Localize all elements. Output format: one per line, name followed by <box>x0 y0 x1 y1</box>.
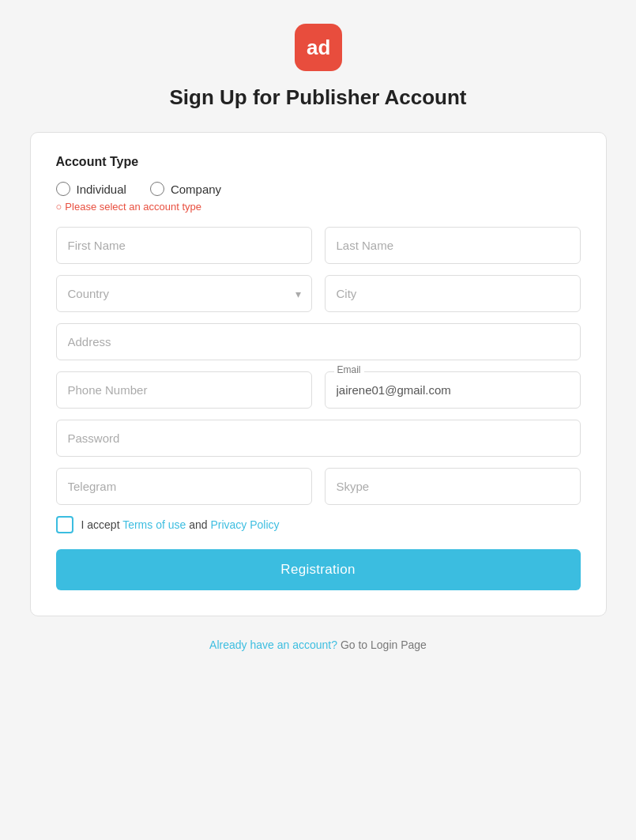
phone-email-row: Email <box>56 371 581 409</box>
last-name-group <box>325 227 581 264</box>
company-label: Company <box>171 183 221 196</box>
logo: ad <box>295 24 342 71</box>
skype-group <box>325 468 581 505</box>
skype-input[interactable] <box>325 468 581 505</box>
individual-radio-label[interactable]: Individual <box>56 182 126 196</box>
individual-radio[interactable] <box>56 182 70 196</box>
country-select-wrap: Country <box>56 275 312 312</box>
individual-label: Individual <box>77 183 126 196</box>
first-name-input[interactable] <box>56 227 312 264</box>
password-input[interactable] <box>56 420 581 457</box>
last-name-input[interactable] <box>325 227 581 264</box>
address-row <box>56 323 581 360</box>
account-type-error: ○ Please select an account type <box>56 201 581 213</box>
account-type-label: Account Type <box>56 155 581 169</box>
country-select[interactable]: Country <box>56 275 312 312</box>
password-row <box>56 420 581 457</box>
password-group <box>56 420 581 457</box>
address-input[interactable] <box>56 323 581 360</box>
terms-checkbox[interactable] <box>56 516 73 533</box>
footer-text: Already have an account? Go to Login Pag… <box>209 638 427 651</box>
country-group: Country <box>56 275 312 312</box>
telegram-input[interactable] <box>56 468 312 505</box>
phone-input[interactable] <box>56 371 312 409</box>
address-group <box>56 323 581 360</box>
logo-icon: ad <box>295 24 342 71</box>
social-row <box>56 468 581 505</box>
city-input[interactable] <box>325 275 581 312</box>
svg-text:ad: ad <box>307 36 330 59</box>
terms-row: I accept Terms of use and Privacy Policy <box>56 516 581 533</box>
privacy-link[interactable]: Privacy Policy <box>210 518 279 531</box>
first-name-group <box>56 227 312 264</box>
login-link[interactable]: Already have an account? <box>209 638 341 651</box>
name-row <box>56 227 581 264</box>
country-city-row: Country <box>56 275 581 312</box>
company-radio[interactable] <box>150 182 164 196</box>
phone-group <box>56 371 312 409</box>
register-button[interactable]: Registration <box>56 549 581 590</box>
company-radio-label[interactable]: Company <box>150 182 221 196</box>
email-group: Email <box>325 371 581 409</box>
terms-text: I accept Terms of use and Privacy Policy <box>81 518 280 531</box>
login-page-text: Go to Login Page <box>341 638 427 651</box>
signup-card: Account Type Individual Company ○ Please… <box>30 132 607 616</box>
telegram-group <box>56 468 312 505</box>
error-bullet: ○ <box>56 201 62 213</box>
email-floating-label: Email <box>334 364 364 375</box>
email-input[interactable] <box>325 371 581 409</box>
terms-link[interactable]: Terms of use <box>122 518 186 531</box>
page-title: Sign Up for Publisher Account <box>169 85 466 110</box>
account-type-row: Individual Company <box>56 182 581 196</box>
city-group <box>325 275 581 312</box>
